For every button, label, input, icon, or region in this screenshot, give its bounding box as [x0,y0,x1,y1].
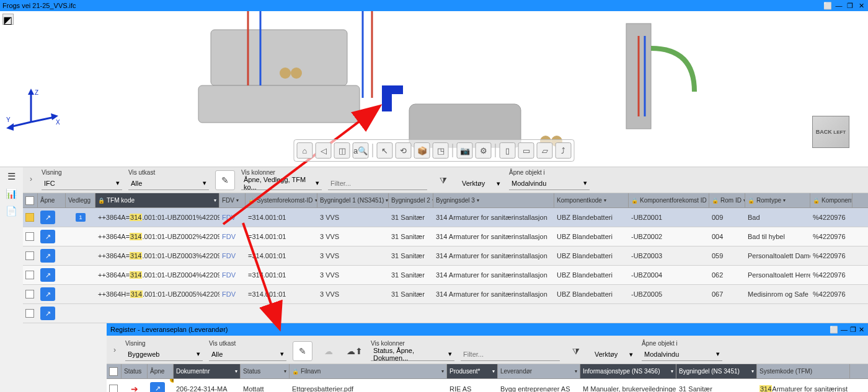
p2-cloud-download-icon[interactable]: ☁ [319,341,339,361]
p2-visning-select[interactable]: Byggeweb▾ [125,347,203,361]
p2-col-bygningdel[interactable]: Bygningdel (NS 3451)▾ [676,364,757,378]
col-tfm[interactable]: 🔒TFM kode▾ [95,193,219,207]
col-apne[interactable]: Åpne [38,193,66,207]
viskol-select[interactable]: Åpne, Vedlegg, TFM ko...▾ [241,176,322,190]
cell-sys: =314.001:01 [246,246,317,265]
filter-clear-icon[interactable]: ⧩ [433,170,453,190]
apneobj-select[interactable]: Modalvindu▾ [509,176,590,190]
col-bygn3[interactable]: Bygningsdel 3▾ [433,193,554,207]
filter-input[interactable] [328,176,427,190]
col-kompforekomst[interactable]: 🔒Komponentforekomst ID▾ [629,193,709,207]
p2-visutkast-select[interactable]: Alle▾ [209,347,286,361]
row-checkbox[interactable] [25,290,34,298]
p2-filter-input[interactable] [461,347,560,361]
col-bygn2[interactable]: Bygningsdel 2▾ [389,193,433,207]
col-kompkode[interactable]: Komponentkode▾ [554,193,629,207]
p2-header-checkbox[interactable] [109,367,118,376]
viewport-3d[interactable]: ◩ Z X Y [0,11,868,167]
box-icon[interactable]: ◫ [334,142,350,159]
p2-col-filnavn[interactable]: 🔒Filnavn▾ [290,364,447,378]
edit-button[interactable]: ✎ [215,170,235,190]
col-bygn1[interactable]: Bygningdel 1 (NS3451)▾ [317,193,389,207]
open-button[interactable]: ↗ [40,230,55,243]
fdv-link[interactable]: FDV [222,290,236,298]
section-front-icon[interactable]: ▯ [500,142,516,159]
section-side-icon[interactable]: ▭ [518,142,534,159]
left-rail: ☰ 📊 📄 [0,167,23,391]
open-button[interactable]: ↗ [40,211,55,224]
orbit-icon[interactable]: ⟲ [396,142,412,159]
p2-viskol-select[interactable]: Status, Åpne, Dokumen...▾ [371,347,454,361]
attachment-badge[interactable]: 1 [76,213,86,222]
col-vedlegg[interactable]: Vedlegg [66,193,95,207]
col-romid[interactable]: 🔒Rom ID▾ [709,193,745,207]
restore-icon[interactable]: ❐ [846,1,854,10]
maximize-icon[interactable]: ⬜ [823,1,832,10]
fdv-link[interactable]: FDV [222,233,236,240]
open-button[interactable]: ↗ [40,287,55,301]
p2-col-systemkode[interactable]: Systemkode (TFM) [757,364,850,378]
col-sysforekomst[interactable]: 🔒Systemforekomst-ID▾ [246,193,317,207]
row-checkbox[interactable] [25,213,34,222]
p2-col-dokumentnr[interactable]: Dokumentnr▾ [174,364,241,378]
p2-open-button[interactable]: ↗8 [150,382,165,393]
collapse-chevron[interactable]: › [27,168,35,190]
window-title: Frogs vei 21-25_VVS.ifc [2,2,76,9]
cell-bygn: 31 Sanitær [676,379,757,392]
row-checkbox[interactable] [25,309,34,318]
settings-icon[interactable]: ⚙ [476,142,492,159]
p2-edit-button[interactable]: ✎ [293,341,312,361]
visning-select[interactable]: IFC▾ [42,176,122,190]
col-romtype[interactable]: 🔒Romtype▾ [745,193,810,207]
panel2-maximize-icon[interactable]: ⬜ [830,326,838,334]
p2-col-apne[interactable]: Åpne [148,364,174,378]
fdv-link[interactable]: FDV [222,271,236,279]
panel2-close-icon[interactable]: ✕ [859,326,864,334]
package-icon[interactable]: 📦 [414,142,430,159]
p2-filter-clear-icon[interactable]: ⧩ [566,341,586,361]
header-checkbox[interactable] [25,196,34,205]
fdv-link[interactable]: FDV [222,214,236,221]
close-icon[interactable]: ✕ [857,1,866,10]
p2-row-checkbox[interactable] [109,385,118,393]
row-checkbox[interactable] [25,251,34,260]
p2-cloud-upload-icon[interactable]: ☁⬆ [345,341,365,361]
rail-layers-icon[interactable]: ☰ [5,171,19,182]
minimize-icon[interactable]: — [835,1,843,10]
panel2-collapse-chevron[interactable]: › [110,339,119,361]
p2-col-infotype[interactable]: Informasjonstype (NS 3456)▾ [580,364,676,378]
col-komponent[interactable]: 🔒Komponent [810,193,852,207]
nav-back-icon[interactable]: ◁ [316,142,332,159]
open-button[interactable]: ↗ [40,268,55,282]
row-checkbox[interactable] [25,271,34,279]
cell-rom: 059 [709,246,745,265]
camera-icon[interactable]: 📷 [457,142,473,159]
p2-col-produsent[interactable]: Produsent*▾ [447,364,498,378]
axis-gizmo[interactable]: Z X Y [6,86,62,136]
rail-stats-icon[interactable]: 📊 [5,188,19,199]
panel2-restore-icon[interactable]: ❐ [850,326,856,334]
visutkast-select[interactable]: Alle▾ [128,176,209,190]
open-button[interactable]: ↗ [40,249,55,263]
open-button[interactable]: ↗ [40,307,55,320]
section-top-icon[interactable]: ▱ [537,142,553,159]
p2-col-status2[interactable]: Status▾ [241,364,290,378]
row-checkbox[interactable] [25,232,34,241]
cell-rt: Personaltoalett Dame [745,246,810,265]
upload-icon[interactable]: ⤴ [556,142,572,159]
panel2-minimize-icon[interactable]: — [841,326,848,334]
p2-apneobj-select[interactable]: Modalvindu▾ [642,347,722,361]
p2-verktoy-select[interactable]: Verktøy▾ [592,347,636,361]
cursor-icon[interactable]: ↖ [377,142,393,159]
cube-icon[interactable]: ◳ [433,142,449,159]
verktoy-select[interactable]: Verktøy▾ [459,176,503,190]
fdv-link[interactable]: FDV [222,252,236,259]
p2-col-status[interactable]: Status [122,364,148,378]
p2-col-leverandor[interactable]: Leverandør▾ [498,364,580,378]
text-search-icon[interactable]: a🔍 [353,142,369,159]
viewport-corner-button[interactable]: ◩ [2,14,14,25]
view-cube[interactable]: BACK LEFT [812,116,849,148]
col-fdv[interactable]: FDV▾ [219,193,246,207]
home-icon[interactable]: ⌂ [297,142,313,159]
rail-doc-icon[interactable]: 📄 [5,206,19,217]
